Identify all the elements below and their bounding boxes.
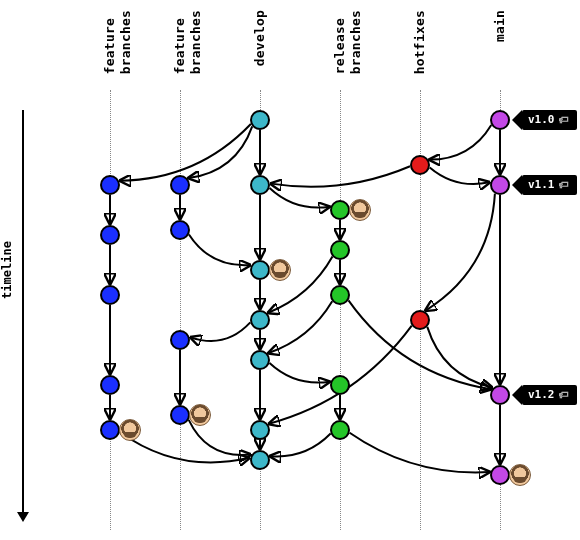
- edge-r5-d6: [270, 434, 330, 457]
- edge-d4-r4: [270, 363, 330, 383]
- commit-m2: [490, 385, 510, 405]
- commit-h2: [410, 310, 430, 330]
- commit-f1e: [100, 420, 120, 440]
- commit-d2: [250, 260, 270, 280]
- author-avatar: [119, 419, 141, 441]
- author-avatar: [349, 199, 371, 221]
- commit-r5: [330, 420, 350, 440]
- commit-m3: [490, 465, 510, 485]
- commit-r3: [330, 285, 350, 305]
- commit-d5: [250, 420, 270, 440]
- commit-h1: [410, 155, 430, 175]
- commit-d1: [250, 175, 270, 195]
- tag-v1-2: v1.2🏷: [522, 385, 577, 405]
- commit-d3: [250, 310, 270, 330]
- edge-h2-m2: [427, 327, 492, 388]
- edge-m0-h1: [430, 125, 492, 160]
- commit-f2c: [170, 330, 190, 350]
- commit-f1b: [100, 225, 120, 245]
- edge-f1e-d6: [120, 432, 249, 462]
- tag-icon: 🏷: [559, 175, 569, 195]
- tag-icon: 🏷: [559, 385, 569, 405]
- author-avatar: [509, 464, 531, 486]
- commit-r2: [330, 240, 350, 260]
- commit-f1a: [100, 175, 120, 195]
- commit-r1: [330, 200, 350, 220]
- commit-m1: [490, 175, 510, 195]
- tag-icon: 🏷: [559, 110, 569, 130]
- commit-f2d: [170, 405, 190, 425]
- edge-h1-m1: [430, 167, 490, 184]
- commit-d4: [250, 350, 270, 370]
- commit-m0: [490, 110, 510, 130]
- edge-m1-h2: [426, 194, 495, 311]
- commit-f2b: [170, 220, 190, 240]
- commit-f1d: [100, 375, 120, 395]
- commit-f2a: [170, 175, 190, 195]
- edge-h1-d1: [271, 166, 410, 187]
- commit-f1c: [100, 285, 120, 305]
- author-avatar: [269, 259, 291, 281]
- commit-d0: [250, 110, 270, 130]
- edge-f2b-d2: [189, 234, 250, 265]
- edge-d1-r1: [270, 188, 330, 208]
- edge-d0-f2a: [189, 126, 253, 178]
- edge-d3-f2c: [191, 322, 251, 341]
- commit-r4: [330, 375, 350, 395]
- tag-v1-1: v1.1🏷: [522, 175, 577, 195]
- edge-r5-m3: [350, 433, 490, 473]
- gitflow-diagram: timeline feature branchesfeature branche…: [0, 0, 580, 540]
- commit-d6: [250, 450, 270, 470]
- edge-d0-f1a: [120, 124, 251, 181]
- tag-v1-0: v1.0🏷: [522, 110, 577, 130]
- author-avatar: [189, 404, 211, 426]
